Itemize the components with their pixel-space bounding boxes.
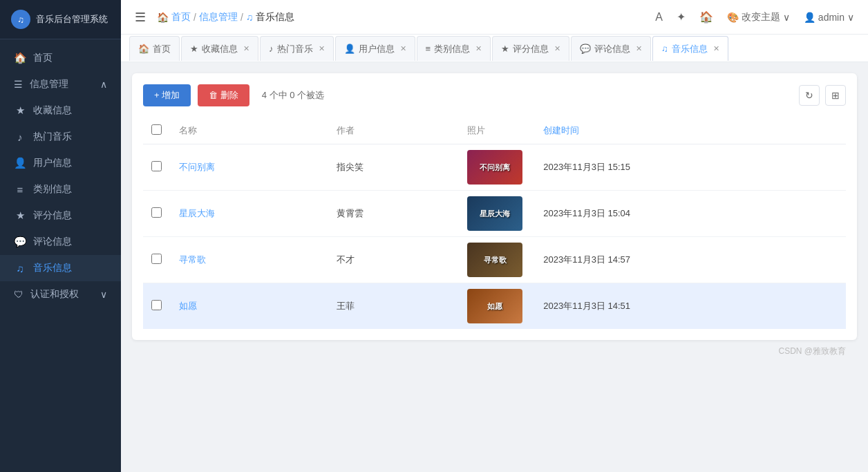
hot-music-icon: ♪: [14, 131, 26, 143]
row1-name: 不问别离: [171, 144, 328, 191]
th-name: 名称: [171, 117, 328, 144]
row3-photo-thumb: 寻常歌: [467, 243, 522, 277]
category-icon: ≡: [14, 184, 26, 196]
tab-user-info[interactable]: 👤 用户信息 ✕: [335, 36, 415, 61]
hamburger-button[interactable]: ☰: [135, 10, 146, 25]
tab-favorites-icon: ★: [190, 44, 198, 54]
row4-name-link[interactable]: 如愿: [179, 301, 197, 311]
sidebar-group-info-children: ★ 收藏信息 ♪ 热门音乐 👤 用户信息 ≡ 类别信息 ★ 评分信息: [0, 97, 121, 281]
sidebar-item-music-info[interactable]: ♫ 音乐信息: [0, 255, 121, 281]
tab-rating-info-close[interactable]: ✕: [554, 44, 560, 53]
top-header-left: ☰ 🏠 首页 / 信息管理 / ♫ 音乐信息: [135, 10, 294, 25]
sidebar-group-info-header[interactable]: ☰ 信息管理 ∧: [0, 71, 121, 97]
delete-button[interactable]: 🗑 删除: [198, 84, 249, 106]
sidebar-group-auth-header-left: 🛡 认证和授权: [14, 288, 79, 301]
sidebar-group-info-header-left: ☰ 信息管理: [14, 78, 68, 91]
tab-music-info-close[interactable]: ✕: [713, 44, 719, 53]
row2-name-link[interactable]: 星辰大海: [179, 208, 215, 218]
user-icon: 👤: [14, 157, 26, 169]
sidebar-item-user-info[interactable]: 👤 用户信息: [0, 150, 121, 176]
th-photo: 照片: [459, 117, 535, 144]
row1-name-link[interactable]: 不问别离: [179, 162, 215, 172]
top-header-right: A ✦ 🏠 🎨 改变主题 ∨ 👤 admin ∨: [655, 10, 854, 23]
tab-home-label: 首页: [153, 43, 171, 55]
row3-checkbox[interactable]: [151, 254, 162, 264]
select-all-checkbox[interactable]: [151, 124, 162, 135]
column-settings-button[interactable]: ⊞: [825, 85, 846, 106]
sidebar-logo: ♫ 音乐后台管理系统: [0, 0, 121, 39]
tab-music-info[interactable]: ♫ 音乐信息 ✕: [652, 36, 728, 61]
watermark-text: CSDN @雅致教育: [778, 346, 846, 356]
tab-rating-info-label: 评分信息: [513, 43, 549, 55]
selection-info: 4 个中 0 个被选: [262, 89, 324, 102]
content-area: + 增加 🗑 删除 4 个中 0 个被选 ↻ ⊞ 名称: [121, 62, 868, 472]
breadcrumb-sep-2: /: [240, 12, 243, 23]
tab-favorites[interactable]: ★ 收藏信息 ✕: [181, 36, 258, 61]
row3-name-link[interactable]: 寻常歌: [179, 254, 206, 265]
row3-name: 寻常歌: [171, 237, 328, 283]
tab-user-info-close[interactable]: ✕: [400, 44, 406, 53]
theme-button[interactable]: 🎨 改变主题 ∨: [727, 11, 790, 23]
tab-comment-info-label: 评论信息: [594, 43, 630, 55]
row2-created-time: 2023年11月3日 15:04: [535, 191, 846, 237]
row4-photo-thumb: 如愿: [467, 289, 522, 323]
add-button[interactable]: + 增加: [143, 84, 191, 106]
breadcrumb-info-link[interactable]: 信息管理: [199, 11, 238, 23]
sidebar-nav: 🏠 首页 ☰ 信息管理 ∧ ★ 收藏信息 ♪ 热门音乐: [0, 39, 121, 472]
tabs-bar: 🏠 首页 ★ 收藏信息 ✕ ♪ 热门音乐 ✕ 👤 用户信息 ✕ ≡ 类别信息 ✕…: [121, 35, 868, 62]
sidebar-group-info-label: 信息管理: [30, 78, 68, 91]
row2-checkbox[interactable]: [151, 207, 162, 218]
tab-category-info[interactable]: ≡ 类别信息 ✕: [417, 36, 491, 61]
breadcrumb-home-link[interactable]: 首页: [171, 11, 191, 23]
tab-hot-music-close[interactable]: ✕: [319, 44, 325, 53]
tab-comment-info-close[interactable]: ✕: [636, 44, 642, 53]
tab-comment-info-icon: 💬: [580, 44, 591, 54]
sidebar-item-hot-music[interactable]: ♪ 热门音乐: [0, 124, 121, 150]
sidebar-item-favorites[interactable]: ★ 收藏信息: [0, 97, 121, 124]
row1-checkbox[interactable]: [151, 161, 162, 171]
tab-comment-info[interactable]: 💬 评论信息 ✕: [571, 36, 651, 61]
sidebar-item-user-info-label: 用户信息: [33, 157, 72, 169]
theme-icon: 🎨: [727, 12, 739, 23]
sidebar-group-auth-header[interactable]: 🛡 认证和授权 ∨: [0, 281, 121, 308]
row2-author: 黄霄雲: [328, 191, 459, 237]
sidebar-item-category-info[interactable]: ≡ 类别信息: [0, 176, 121, 202]
home-header-icon[interactable]: 🏠: [699, 10, 713, 23]
tab-category-info-close[interactable]: ✕: [475, 44, 482, 53]
sidebar-item-comment-info[interactable]: 💬 评论信息: [0, 229, 121, 255]
chevron-up-icon: ∧: [100, 79, 107, 90]
theme-chevron-icon: ∨: [783, 12, 790, 23]
footer-watermark: CSDN @雅致教育: [132, 340, 857, 363]
toolbar-left: + 增加 🗑 删除 4 个中 0 个被选: [143, 84, 324, 106]
tab-home[interactable]: 🏠 首页: [129, 36, 180, 61]
font-size-icon[interactable]: A: [655, 11, 663, 23]
top-header: ☰ 🏠 首页 / 信息管理 / ♫ 音乐信息 A ✦ 🏠 🎨 改变主题 ∨ 👤: [121, 0, 868, 35]
fullscreen-icon[interactable]: ✦: [677, 10, 686, 23]
tab-user-info-label: 用户信息: [359, 43, 395, 55]
sidebar-item-category-info-label: 类别信息: [33, 183, 72, 196]
th-created-time[interactable]: 创建时间: [535, 117, 846, 144]
breadcrumb-music-icon: ♫: [246, 12, 254, 23]
row1-photo-thumb: 不问别离: [467, 150, 522, 185]
sidebar-item-music-info-label: 音乐信息: [33, 262, 72, 274]
breadcrumb-sep-1: /: [194, 12, 196, 23]
table-row: 寻常歌 不才 寻常歌 2023年11月3日 14:57: [143, 237, 846, 283]
refresh-button[interactable]: ↻: [799, 85, 820, 106]
tab-hot-music[interactable]: ♪ 热门音乐 ✕: [260, 36, 334, 61]
tab-rating-info[interactable]: ★ 评分信息 ✕: [492, 36, 569, 61]
row4-checkbox[interactable]: [151, 300, 162, 310]
data-table: 名称 作者 照片 创建时间 不问别离 指: [143, 117, 846, 329]
sidebar-group-auth-label: 认证和授权: [30, 288, 79, 301]
tab-favorites-close[interactable]: ✕: [243, 44, 249, 53]
table-body: 不问别离 指尖笑 不问别离 2023年11月3日 15:15: [143, 144, 846, 330]
user-avatar-icon: 👤: [804, 12, 815, 23]
home-icon: 🏠: [14, 52, 26, 64]
sidebar-item-rating-info[interactable]: ★ 评分信息: [0, 202, 121, 229]
sidebar-item-home[interactable]: 🏠 首页: [0, 45, 121, 71]
sidebar-item-rating-info-label: 评分信息: [33, 209, 72, 222]
sidebar-group-info-management: ☰ 信息管理 ∧ ★ 收藏信息 ♪ 热门音乐 👤 用户信息: [0, 71, 121, 281]
user-menu-button[interactable]: 👤 admin ∨: [804, 12, 854, 23]
row4-checkbox-cell: [143, 283, 171, 330]
row2-name: 星辰大海: [171, 191, 328, 237]
tab-category-info-label: 类别信息: [434, 43, 470, 55]
